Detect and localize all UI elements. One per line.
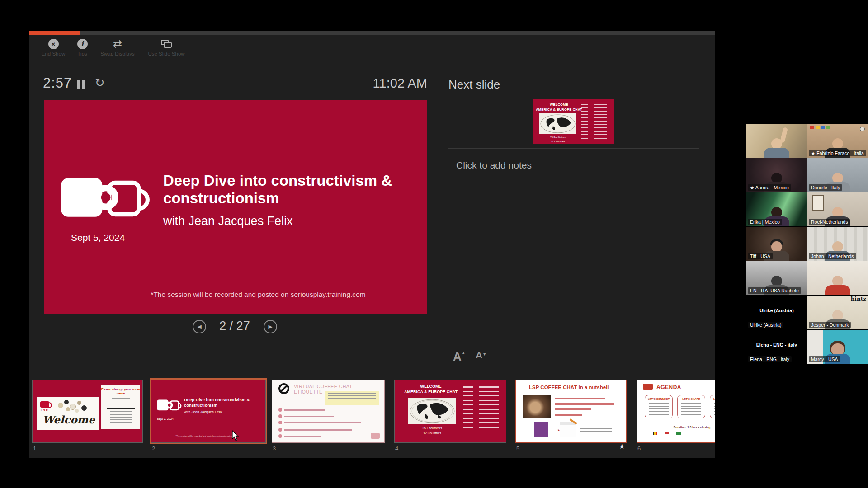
participant-name-label: Marcy - USA: [809, 356, 840, 362]
participant-center-name: Elena - ENG - italy: [746, 342, 807, 347]
swap-displays-button[interactable]: ⇄ Swap Displays: [93, 38, 142, 56]
current-slide[interactable]: Sept 5, 2024 Deep Dive into constructivi…: [44, 100, 427, 314]
participant-tile[interactable]: Marcy - USA: [807, 330, 868, 364]
elapsed-timer: 2:57: [43, 75, 72, 91]
etiquette-item: [278, 434, 364, 438]
text-lines-placeholder: [112, 398, 130, 406]
text-lines-placeholder: [714, 403, 715, 415]
filmstrip-slide-3[interactable]: VIRTUAL COFFEE CHAT ETIQUETTE: [272, 380, 385, 443]
welcome-text: Welcome: [41, 413, 97, 426]
slide-footnote: *The session will be recorded and posted…: [89, 291, 427, 299]
decrease-font-icon: ▼: [482, 352, 486, 357]
participant-tile-camera-off[interactable]: Elena - ENG - italy Elena - ENG - italy: [746, 330, 807, 364]
decrease-font-button[interactable]: A▼: [476, 350, 486, 361]
shelf-decoration: [810, 126, 830, 129]
highlight-note: [326, 391, 379, 405]
participant-silhouette: [761, 138, 793, 158]
slide-number-5: 5: [516, 445, 519, 452]
world-map-graphic: [408, 398, 456, 424]
no-entry-icon: [278, 383, 289, 394]
participant-silhouette: [822, 276, 854, 295]
previous-icon: ◀: [197, 324, 201, 330]
divider-line: [107, 408, 135, 409]
screen: × End Show i Tips ⇄ Swap Displays Use Sl…: [0, 0, 868, 488]
coffee-photo: [523, 395, 551, 418]
thumb-title: Deep Dive into constructivism & construc…: [184, 397, 257, 408]
participant-name-label: Jesper - Denmark: [809, 322, 851, 328]
filmstrip-slide-1[interactable]: LSP Welcome Please change your zoom name: [32, 380, 143, 443]
slide-number-3: 3: [273, 445, 276, 452]
agenda-box-reflect: LET'S REFLECT: [710, 395, 715, 418]
thumb-title: WELCOME AMERICA & EUROPE CHAT: [397, 384, 464, 394]
participant-tile[interactable]: Daniele - Italy: [807, 158, 868, 192]
next-icon: ▶: [268, 324, 272, 330]
presenter-view-window: × End Show i Tips ⇄ Swap Displays Use Sl…: [29, 31, 715, 458]
participant-tile[interactable]: [807, 261, 868, 295]
rename-panel: Please change your zoom name: [101, 385, 140, 429]
text-lines-placeholder: [110, 411, 132, 425]
filmstrip-slide-5[interactable]: LSP COFFEE CHAT in a nutshell ·····▸: [515, 380, 627, 443]
use-slide-show-label: Use Slide Show: [142, 51, 191, 56]
etiquette-item: [278, 408, 364, 412]
titlebar-accent: [29, 31, 80, 35]
beans-decoration: [57, 399, 89, 414]
participant-tile[interactable]: [746, 124, 807, 158]
roster-column-placeholder: [479, 386, 499, 435]
participant-tile[interactable]: EN - ITA_USA Rachele: [746, 261, 807, 295]
text-lines-placeholder: [649, 403, 669, 415]
world-map-graphic: [539, 113, 576, 134]
use-slide-show-button[interactable]: Use Slide Show: [142, 38, 191, 56]
next-slide-preview: WELCOME AMERICA & EUROPE CHAT 25 Facilit…: [533, 99, 614, 144]
participant-name-label: Roel-Netherlands: [809, 219, 850, 225]
slide-number-6: 6: [637, 445, 641, 452]
participant-tile[interactable]: Tiff - USA: [746, 227, 807, 261]
participant-tile-camera-off[interactable]: Ulrike (Austria) Ulrike (Austria): [746, 296, 807, 329]
participant-name-label: ★ Fabrizio Faraco - Italia: [809, 150, 866, 156]
wall-clock: [860, 127, 865, 131]
slide-number-4: 4: [395, 445, 398, 452]
filmstrip-slide-4[interactable]: WELCOME AMERICA & EUROPE CHAT 25 Facilit…: [394, 380, 506, 443]
participant-name-label: Ulrike (Austria): [748, 322, 783, 328]
welcome-panel: LSP Welcome: [37, 397, 99, 430]
participant-tile[interactable]: Erika | Mexico: [746, 192, 807, 226]
duration-text: Duration: 1.5 hrs – closing: [637, 426, 715, 429]
participant-tile[interactable]: Roel-Netherlands: [807, 192, 868, 226]
pause-timer-button[interactable]: [77, 80, 87, 89]
agenda-box-share: LET'S SHARE: [677, 395, 705, 418]
use-slide-show-icon: [161, 40, 172, 48]
filmstrip-slide-2[interactable]: Deep Dive into constructivism & construc…: [151, 380, 266, 443]
calendar-graphic: [560, 422, 576, 437]
thumb-title: AGENDA: [656, 384, 681, 390]
notes-placeholder[interactable]: Click to add notes: [456, 160, 532, 171]
participant-tile[interactable]: Johan - Netherlands: [807, 227, 868, 261]
panel-divider: [448, 148, 699, 149]
swap-displays-label: Swap Displays: [93, 51, 142, 56]
filmstrip-slide-6[interactable]: AGENDA LET'S CONNECT LET'S SHARE LET'S R…: [637, 380, 715, 443]
increase-font-button[interactable]: A▲: [453, 350, 466, 364]
agenda-box-connect: LET'S CONNECT: [645, 395, 673, 418]
roster-column-placeholder: [463, 386, 473, 435]
previous-slide-button[interactable]: ◀: [193, 320, 206, 333]
participant-name-label: ★ Aurora - Mexico: [748, 184, 791, 191]
participant-center-name: Ulrike (Austria): [746, 308, 807, 313]
rename-panel-title: Please change your zoom name: [101, 387, 140, 395]
bullet-line: [555, 398, 605, 399]
participant-tile[interactable]: ★ Aurora - Mexico: [746, 158, 807, 192]
bullet-line: [555, 408, 591, 410]
slide-subtitle: with Jean Jacques Felix: [163, 214, 293, 228]
restart-timer-button[interactable]: ↻: [95, 76, 105, 90]
thumb-date: Sept 5, 2024: [157, 417, 174, 420]
purple-card: [534, 422, 548, 437]
roster-column-placeholder: [581, 104, 588, 140]
text-lines-placeholder: [328, 393, 376, 404]
participant-name-label: Erika | Mexico: [748, 219, 782, 225]
participant-tile[interactable]: hintz Jesper - Denmark: [807, 296, 868, 329]
slide-position: 2 / 27: [210, 319, 259, 333]
next-slide-button[interactable]: ▶: [264, 320, 277, 333]
participant-tile[interactable]: ★ Fabrizio Faraco - Italia: [807, 124, 868, 158]
thumb-subtitle: with Jean Jacques Felix: [184, 410, 222, 414]
next-slide-stats: 25 Facilitators 12 Countries: [539, 136, 576, 144]
slide-number-2: 2: [152, 445, 155, 452]
participant-name-label: Daniele - Italy: [809, 184, 842, 191]
swap-displays-icon: ⇄: [113, 38, 122, 49]
